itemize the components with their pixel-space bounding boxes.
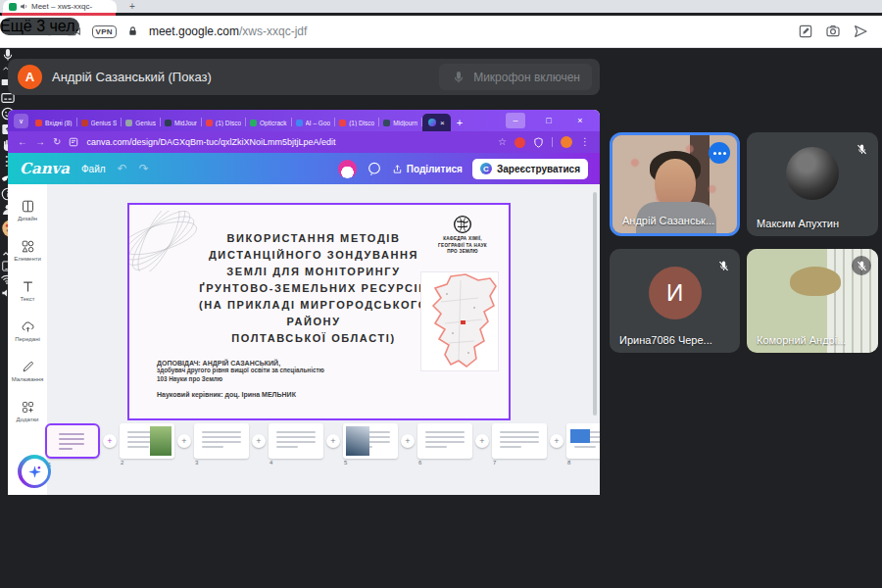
thumbnail-content <box>351 446 372 448</box>
slide-thumbnail[interactable]: 1 <box>45 423 100 459</box>
participant-tile-apukhtin[interactable]: Максим Апухтин <box>747 132 878 236</box>
tab-label: (1) Disco <box>216 120 241 126</box>
shared-tab[interactable]: Opticrack <box>246 114 290 131</box>
shared-reload-icon[interactable]: ↻ <box>53 137 61 147</box>
participant-tile-iryna[interactable]: И Ирина7086 Чере... <box>610 249 740 353</box>
shield-extension-icon[interactable] <box>533 137 544 148</box>
shared-new-tab-button[interactable]: + <box>457 117 463 128</box>
participant-name: Ирина7086 Чере... <box>619 334 712 346</box>
participant-tile-sazanskyi[interactable]: Андрій Сазанськ... <box>610 132 740 236</box>
tab-label: Genius S <box>91 120 118 126</box>
lock-icon[interactable] <box>127 25 138 37</box>
browser-tab-strip: Meet – xws-xxqc- + <box>0 0 882 13</box>
vertical-scrollbar[interactable] <box>593 192 597 416</box>
site-info-icon[interactable] <box>69 137 78 147</box>
shared-tab[interactable]: Genius S <box>77 114 122 131</box>
shared-tab[interactable]: (1) Disco <box>335 114 378 131</box>
slide-thumbnail[interactable]: 7 <box>492 423 547 459</box>
district-map <box>420 271 499 371</box>
canva-logo[interactable]: Canva <box>20 160 70 177</box>
sidebar-item-uploads[interactable]: Передані <box>9 313 46 348</box>
sidebar-item-text[interactable]: Текст <box>9 272 46 308</box>
share-button[interactable]: Поділитися <box>392 164 463 174</box>
close-window-button[interactable]: × <box>570 113 590 128</box>
shared-tab[interactable]: MidJour <box>161 114 201 131</box>
sidebar-item-label: Елементи <box>14 256 41 262</box>
slide-thumbnail[interactable]: 8 <box>566 423 600 459</box>
tab-search-icon[interactable]: ∨ <box>14 114 28 128</box>
sidebar-item-elements[interactable]: Елементи <box>9 232 46 268</box>
desktop: Meet – xws-xxqc- + ‹ › ↻ VPN meet.google… <box>0 0 882 588</box>
tab-label: Genius <box>135 120 156 126</box>
vpn-badge[interactable]: VPN <box>92 25 117 38</box>
shared-forward-icon[interactable]: → <box>35 137 45 147</box>
shared-tab[interactable]: AI – Goo <box>292 114 335 131</box>
shared-tab[interactable]: Midjourn <box>379 114 421 131</box>
thumbnail-content <box>127 436 167 438</box>
slide-thumbnail[interactable]: 3 <box>194 423 249 459</box>
add-page-button[interactable]: + <box>550 434 564 448</box>
undo-icon[interactable]: ↶ <box>118 162 127 175</box>
slide-canvas[interactable]: ВИКОРИСТАННЯ МЕТОДІВ ДИСТАНЦІЙНОГО ЗОНДУ… <box>127 203 511 420</box>
slide-thumbnail[interactable]: 6 <box>417 423 472 459</box>
add-page-button[interactable]: + <box>103 434 117 448</box>
maximize-button[interactable]: □ <box>539 113 559 128</box>
bookmark-star-icon[interactable]: ☆ <box>498 137 507 147</box>
shared-tab[interactable]: Вхідні (8) <box>31 114 76 131</box>
send-icon[interactable] <box>853 24 868 39</box>
thumbnail-content <box>425 446 447 448</box>
thumbnail-content <box>574 431 600 433</box>
user-avatar[interactable] <box>338 160 357 178</box>
page-number: 2 <box>121 460 123 466</box>
shared-tab[interactable]: Genius <box>122 114 160 131</box>
participant-tile-komornyi[interactable]: Коморний Андрі... <box>747 249 878 353</box>
slide-thumbnail[interactable]: 4 <box>269 423 323 459</box>
add-page-button[interactable]: + <box>177 434 191 448</box>
shared-url-field[interactable]: canva.com/design/DAGXqBm-tuc/qxlZkiXNoiL… <box>86 137 490 147</box>
signup-button[interactable]: C Зареєструватися <box>472 159 588 179</box>
shared-tab-canva-active[interactable]: × <box>422 114 451 131</box>
thumbnail-content <box>425 431 465 433</box>
add-page-button[interactable]: + <box>401 434 415 448</box>
browser-menu-icon[interactable]: ⋮ <box>580 137 590 147</box>
adblock-extension-icon[interactable] <box>514 137 525 148</box>
minimize-button[interactable]: – <box>506 113 525 128</box>
add-page-button[interactable]: + <box>252 434 266 448</box>
screenshot-icon[interactable] <box>825 24 841 39</box>
new-tab-button[interactable]: + <box>125 0 139 13</box>
add-page-button[interactable]: + <box>326 434 340 448</box>
file-menu[interactable]: Файл <box>81 164 106 174</box>
url-field[interactable]: meet.google.com/xws-xxqc-jdf <box>149 24 307 38</box>
profile-avatar-icon[interactable] <box>561 136 572 148</box>
page-number: 5 <box>344 460 347 466</box>
tab-favicon <box>250 120 257 126</box>
slide-thumbnail[interactable]: 5 <box>343 423 398 459</box>
thumbnail-content <box>500 431 539 433</box>
close-tab-icon[interactable]: × <box>440 119 445 127</box>
add-page-button[interactable]: + <box>475 434 489 448</box>
share-up-icon <box>392 164 403 174</box>
address-bar: ‹ › ↻ VPN meet.google.com/xws-xxqc-jdf <box>0 16 882 48</box>
tab-accent-line <box>2 13 116 16</box>
shared-address-bar: ← → ↻ canva.com/design/DAGXqBm-tuc/qxlZk… <box>8 131 600 153</box>
tab-favicon <box>206 120 213 126</box>
slide-thumbnail[interactable]: 2 <box>120 423 174 459</box>
thumbnail-content <box>127 446 149 448</box>
tile-options-button[interactable] <box>709 142 730 164</box>
thumbnail-content <box>574 441 600 443</box>
participant-tile-overflow[interactable]: Ещё 3 чел. <box>0 18 79 35</box>
design-icon <box>21 199 35 214</box>
browser-tab-meet[interactable]: Meet – xws-xxqc- <box>3 0 117 13</box>
sidebar-item-draw[interactable]: Малювання <box>9 353 46 388</box>
edit-page-icon[interactable] <box>798 24 813 39</box>
shared-tab[interactable]: (1) Disco <box>202 114 245 131</box>
redo-icon[interactable]: ↷ <box>139 162 149 175</box>
canva-assistant-button[interactable] <box>18 455 51 488</box>
tab-label: Opticrack <box>260 120 286 126</box>
department-logo-block: КАФЕДРА ХІМІЇ, ГЕОГРАФІЇ ТА НАУК ПРО ЗЕМ… <box>423 215 502 256</box>
comments-icon[interactable] <box>367 161 382 176</box>
sidebar-item-design[interactable]: Дизайн <box>9 192 46 227</box>
shared-back-icon[interactable]: ← <box>18 137 27 147</box>
thumbnail-content <box>500 436 539 438</box>
thumbnail-content <box>127 441 167 443</box>
